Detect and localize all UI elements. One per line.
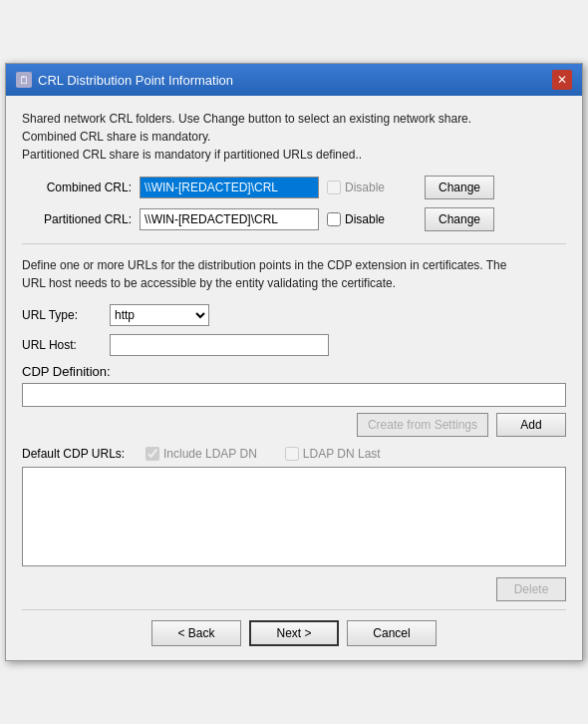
dialog: 🗒 CRL Distribution Point Information ✕ S… bbox=[5, 63, 583, 661]
default-cdp-section: Default CDP URLs: Include LDAP DN LDAP D… bbox=[22, 447, 566, 577]
dialog-content: Shared network CRL folders. Use Change b… bbox=[6, 96, 582, 660]
ldap-dn-last-label: LDAP DN Last bbox=[285, 447, 381, 461]
partitioned-crl-label: Partitioned CRL: bbox=[22, 212, 132, 226]
url-host-row: URL Host: bbox=[22, 334, 566, 356]
title-bar-left: 🗒 CRL Distribution Point Information bbox=[16, 72, 233, 88]
default-cdp-list[interactable] bbox=[22, 467, 566, 566]
info-text: Shared network CRL folders. Use Change b… bbox=[22, 110, 566, 164]
cdp-buttons: Create from Settings Add bbox=[22, 413, 566, 437]
cancel-button[interactable]: Cancel bbox=[347, 620, 437, 646]
title-bar: 🗒 CRL Distribution Point Information ✕ bbox=[6, 64, 582, 96]
desc-text: Define one or more URLs for the distribu… bbox=[22, 256, 566, 292]
cdp-definition-label: CDP Definition: bbox=[22, 364, 111, 379]
partitioned-crl-input[interactable] bbox=[140, 208, 319, 230]
combined-change-button[interactable]: Change bbox=[425, 176, 494, 199]
url-host-label: URL Host: bbox=[22, 338, 102, 352]
nav-buttons: < Back Next > Cancel bbox=[22, 609, 566, 646]
combined-crl-input[interactable] bbox=[140, 177, 319, 198]
next-button[interactable]: Next > bbox=[249, 620, 339, 646]
url-host-input[interactable] bbox=[110, 334, 329, 356]
include-ldap-dn-label: Include LDAP DN bbox=[146, 447, 257, 461]
divider-1 bbox=[22, 243, 566, 244]
bottom-buttons: Delete bbox=[22, 577, 566, 601]
cdp-definition-input[interactable] bbox=[22, 383, 566, 407]
combined-disable-checkbox[interactable] bbox=[327, 181, 341, 194]
cdp-def-label-row: CDP Definition: bbox=[22, 364, 566, 379]
partitioned-disable-label: Disable bbox=[327, 212, 417, 226]
default-cdp-header-row: Default CDP URLs: Include LDAP DN LDAP D… bbox=[22, 447, 566, 461]
delete-button[interactable]: Delete bbox=[496, 577, 566, 601]
include-ldap-dn-checkbox[interactable] bbox=[146, 447, 159, 461]
dialog-title: CRL Distribution Point Information bbox=[38, 73, 233, 88]
combined-disable-label: Disable bbox=[327, 181, 417, 194]
url-type-label: URL Type: bbox=[22, 308, 102, 322]
dialog-icon: 🗒 bbox=[16, 72, 32, 88]
back-button[interactable]: < Back bbox=[151, 620, 241, 646]
combined-crl-row: Combined CRL: Disable Change bbox=[22, 176, 566, 199]
partitioned-change-button[interactable]: Change bbox=[425, 207, 494, 231]
url-type-select[interactable]: http https ldap file bbox=[110, 304, 209, 326]
default-cdp-label: Default CDP URLs: bbox=[22, 447, 132, 461]
url-type-row: URL Type: http https ldap file bbox=[22, 304, 566, 326]
add-button[interactable]: Add bbox=[496, 413, 566, 437]
create-from-settings-button[interactable]: Create from Settings bbox=[357, 413, 488, 437]
partitioned-crl-row: Partitioned CRL: Disable Change bbox=[22, 207, 566, 231]
partitioned-disable-checkbox[interactable] bbox=[327, 212, 341, 226]
ldap-dn-last-checkbox[interactable] bbox=[285, 447, 299, 461]
close-button[interactable]: ✕ bbox=[552, 70, 572, 90]
combined-crl-label: Combined CRL: bbox=[22, 181, 132, 194]
